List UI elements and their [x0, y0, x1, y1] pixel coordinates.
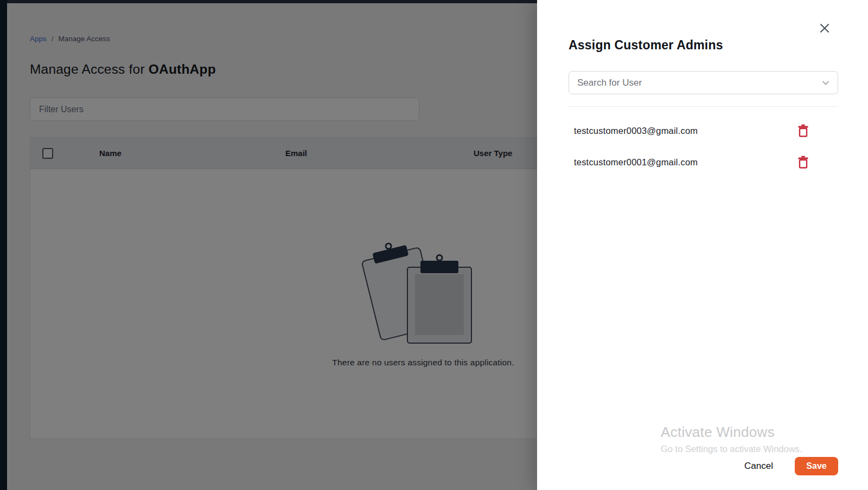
modal-title: Assign Customer Admins	[569, 38, 723, 53]
list-item: testcustomer0003@gmail.com	[569, 115, 838, 146]
assign-customer-admins-modal: Assign Customer Admins testcustomer0003@…	[537, 0, 868, 490]
user-search-input[interactable]	[569, 71, 838, 94]
assigned-user-email: testcustomer0003@gmail.com	[569, 126, 698, 136]
remove-user-button[interactable]	[796, 154, 810, 170]
modal-overlay[interactable]	[0, 0, 537, 490]
assigned-user-email: testcustomer0001@gmail.com	[569, 157, 698, 167]
user-search-select[interactable]	[569, 71, 838, 94]
cancel-button[interactable]: Cancel	[744, 461, 773, 472]
remove-user-button[interactable]	[796, 123, 810, 139]
trash-icon	[797, 124, 809, 138]
watermark-line1: Activate Windows	[661, 424, 802, 441]
trash-icon	[797, 156, 809, 169]
watermark-line2: Go to Settings to activate Windows.	[661, 444, 802, 454]
close-button[interactable]	[817, 21, 832, 36]
app-stage: Apps / Manage Access Manage Access for O…	[0, 0, 868, 490]
save-button[interactable]: Save	[795, 457, 838, 475]
modal-footer: Cancel Save	[744, 457, 838, 475]
list-item: testcustomer0001@gmail.com	[569, 146, 838, 178]
close-icon	[818, 22, 831, 35]
activate-windows-watermark: Activate Windows Go to Settings to activ…	[661, 424, 802, 454]
divider	[569, 106, 838, 107]
assigned-users-list: testcustomer0003@gmail.com testcustomer0…	[569, 115, 838, 178]
